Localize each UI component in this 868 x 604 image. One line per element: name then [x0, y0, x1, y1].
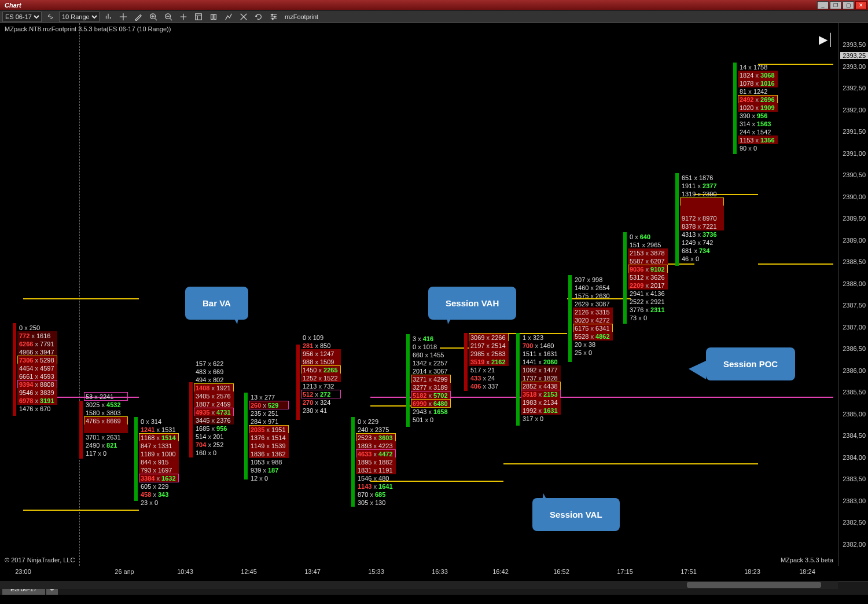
footprint-row: 13 x 277: [249, 393, 289, 401]
footprint-row: 2126 x 3315: [573, 308, 613, 316]
bar-wick: [406, 334, 410, 427]
titlebar: Chart _ ❐ ▢ ✕: [0, 0, 868, 10]
footprint-row: 6661 x 4593: [17, 372, 57, 380]
footprint-row: 1450 x 2265: [301, 365, 341, 374]
y-tick: 2383,50: [843, 475, 866, 482]
footprint-row: 244 x 1542: [738, 127, 778, 136]
periodicity-select[interactable]: 10 Range: [59, 12, 100, 22]
chart-canvas[interactable]: MZpack.NT8.mzFootprint 3.5.3 beta(ES 06-…: [0, 23, 838, 566]
y-tick: 2392,50: [843, 85, 866, 91]
footprint-row: 1911 x 2377: [680, 181, 724, 190]
zoom-out-icon[interactable]: [162, 12, 175, 22]
footprint-row: 1092 x 1477: [521, 365, 561, 374]
y-axis[interactable]: 2393,502393,252393,002392,502392,002391,…: [838, 23, 868, 566]
zoom-in-icon[interactable]: [147, 12, 160, 22]
footprint-row: 5312 x 3626: [628, 273, 668, 281]
val-line: [440, 481, 503, 482]
hide-panel-icon[interactable]: [237, 12, 250, 22]
footprint-row: 605 x 229: [139, 482, 179, 490]
footprint-row: 1241 x 1531: [139, 425, 179, 434]
strategies-icon[interactable]: [222, 12, 235, 22]
footprint-row: 1992 x 1631: [521, 406, 561, 415]
footprint-row: 151 x 2965: [628, 240, 668, 249]
footprint-row: 483 x 669: [194, 367, 234, 376]
scrollbar-thumb[interactable]: [687, 582, 821, 588]
x-tick: 18:24: [799, 568, 815, 575]
instrument-link-icon[interactable]: [44, 12, 57, 22]
instrument-select[interactable]: ES 06-17: [2, 12, 42, 22]
add-icon[interactable]: [177, 12, 190, 22]
maximize-button[interactable]: ❐: [830, 1, 841, 9]
y-tick: 2383,00: [843, 497, 866, 504]
callout-session-poc: Session POC: [706, 347, 795, 380]
footprint-row: 1895 x 1882: [356, 457, 396, 466]
footprint-row: 1836 x 1362: [249, 449, 289, 458]
footprint-row: 270 x 324: [301, 398, 341, 407]
footprint-row: 3701 x 2631: [84, 433, 128, 441]
vah-line: [75, 298, 139, 299]
footprint-row: 1143 x 1641: [356, 482, 396, 490]
chart-trader-icon[interactable]: [207, 12, 220, 22]
x-tick: 10:43: [177, 568, 193, 575]
footprint-row: 207 x 998: [573, 275, 613, 284]
crosshair-icon[interactable]: [117, 12, 130, 22]
bar-wick: [464, 333, 468, 391]
footprint-row: 314 x 1563: [738, 119, 778, 128]
footprint-row: 73 x 0: [628, 313, 668, 322]
restore-button[interactable]: ▢: [843, 1, 854, 9]
draw-icon[interactable]: [132, 12, 145, 22]
footprint-row: 772 x 1616: [17, 331, 57, 340]
footprint-col: 0 x 3141241 x 15311168 x 1514847 x 13311…: [139, 417, 179, 506]
footprint-row: 1319 x 2390: [680, 189, 724, 198]
x-tick: 13:47: [304, 568, 321, 575]
footprint-row: 406 x 337: [469, 382, 509, 390]
footprint-row: 390 x 956: [738, 111, 778, 120]
footprint-row: 1476 x 670: [17, 404, 57, 413]
footprint-col: 53 x 22413025 x 45321580 x 38034765 x 86…: [84, 392, 128, 457]
y-tick: 2382,50: [843, 519, 866, 526]
footprint-row: 1460 x 2654: [573, 283, 613, 292]
x-tick: 16:33: [432, 568, 448, 575]
data-box-icon[interactable]: [192, 12, 205, 22]
chart-area[interactable]: MZpack.NT8.mzFootprint 3.5.3 beta(ES 06-…: [0, 23, 868, 581]
footprint-col: 0 x 250772 x 16166266 x 77914966 x 39477…: [17, 323, 57, 412]
bar-wick: [568, 275, 572, 362]
x-tick: 17:15: [617, 568, 633, 575]
footprint-row: 651 x 1876: [680, 173, 724, 182]
footprint-row: 1053 x 988: [249, 457, 289, 466]
footprint-row: 1546 x 480: [356, 474, 396, 482]
footprint-row: 260 x 529: [249, 401, 289, 409]
footprint-row: 9394 x 8808: [17, 380, 57, 389]
properties-icon[interactable]: [267, 12, 280, 22]
footprint-row: 2523 x 3603: [356, 433, 396, 442]
footprint-row: 2014 x 3067: [411, 367, 451, 375]
close-button[interactable]: ✕: [855, 1, 867, 9]
footprint-row: 494 x 802: [194, 375, 234, 384]
reload-icon[interactable]: [252, 12, 265, 22]
footprint-row: 1575 x 2630: [573, 291, 613, 300]
footprint-row: 7306 x 5298: [17, 356, 57, 364]
y-tick: 2387,00: [843, 324, 866, 331]
y-tick: 2386,00: [843, 367, 866, 374]
footprint-row: 4765 x 8669: [84, 416, 128, 425]
footprint-row: 6266 x 7791: [17, 339, 57, 348]
minimize-button[interactable]: _: [817, 1, 829, 9]
svg-rect-4: [214, 14, 216, 19]
svg-point-5: [271, 14, 273, 15]
y-tick: 2385,00: [843, 411, 866, 418]
y-tick: 2392,00: [843, 107, 866, 114]
window-title: Chart: [0, 2, 26, 9]
chart-style-icon[interactable]: [102, 12, 115, 22]
x-axis[interactable]: 23:0026 апр10:4312:4513:4715:3316:3316:4…: [0, 566, 838, 581]
footprint-row: 6978 x 3191: [17, 396, 57, 405]
footprint-row: 2153 x 3878: [628, 248, 668, 257]
val-line: [758, 263, 833, 265]
footprint-row: 1511 x 1631: [521, 349, 561, 358]
footprint-row: 23 x 0: [139, 498, 179, 507]
y-tick: 2390,50: [843, 171, 866, 178]
footprint-row: 53 x 2241: [84, 392, 128, 401]
y-tick: 2384,00: [843, 454, 866, 461]
go-to-last-bar-icon[interactable]: ▶│: [819, 32, 835, 46]
footprint-row: 5587 x 6207: [628, 257, 668, 265]
chart-scrollbar[interactable]: [0, 581, 838, 589]
